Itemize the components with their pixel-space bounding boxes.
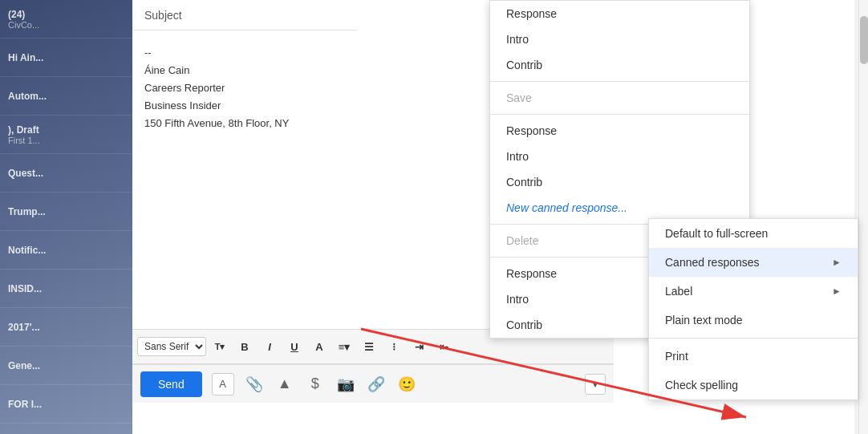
dropdown-item-save: Save — [490, 85, 749, 111]
indent-btn[interactable]: ⇥ — [408, 336, 430, 357]
emoji-icon[interactable]: 🙂 — [396, 374, 417, 395]
option-label: Label — [665, 285, 692, 298]
email-sender: 2017'... — [8, 322, 124, 333]
email-list: (24) CivCo... Hi Ain... Autom... ), Draf… — [0, 0, 132, 434]
list-item[interactable]: ), Draft First 1... — [0, 116, 132, 154]
body-line: -- — [144, 44, 353, 62]
dropdown-item-response1[interactable]: Response — [490, 1, 749, 26]
attach-icon[interactable]: 📎 — [244, 374, 265, 395]
email-body: -- Áine Cain Careers Reporter Business I… — [132, 32, 365, 144]
body-line: 150 Fifth Avenue, 8th Floor, NY — [144, 115, 353, 132]
send-toolbar: Send A 📎 ▲ $ 📷 🔗 🙂 ▼ — [132, 364, 614, 403]
font-select[interactable]: Sans Serif — [137, 337, 206, 356]
drive-icon[interactable]: ▲ — [274, 374, 295, 395]
email-sender: Trump... — [8, 206, 124, 217]
options-item-plain-text[interactable]: Plain text mode — [649, 306, 858, 335]
photo-icon[interactable]: 📷 — [335, 374, 356, 395]
subject-label: Subject — [144, 9, 182, 22]
list-item[interactable]: FOR I... — [0, 385, 132, 424]
email-sender: Gene... — [8, 360, 124, 371]
list-item[interactable]: Quest... — [0, 154, 132, 193]
divider — [490, 114, 749, 115]
list-item[interactable]: Gene... — [0, 347, 132, 385]
font-color-icon[interactable]: A — [212, 373, 234, 395]
option-label: Canned responses — [665, 256, 760, 269]
list-item[interactable]: Notific... — [0, 231, 132, 270]
body-line: Business Insider — [144, 97, 353, 115]
options-item-fullscreen[interactable]: Default to full-screen — [649, 219, 858, 248]
body-line: Careers Reporter — [144, 79, 353, 97]
submenu-arrow-icon: ► — [832, 286, 842, 297]
options-item-print[interactable]: Print — [649, 342, 858, 371]
option-label: Print — [665, 350, 688, 363]
underline-btn[interactable]: U — [283, 336, 306, 357]
link-icon[interactable]: 🔗 — [366, 374, 387, 395]
dropdown-item-intro2[interactable]: Intro — [490, 144, 749, 169]
email-sender: Autom... — [8, 91, 124, 102]
dropdown-item-new-canned[interactable]: New canned response... — [490, 195, 749, 221]
option-label: Check spelling — [665, 379, 738, 391]
font-size-btn[interactable]: T▾ — [209, 336, 231, 357]
email-sender: Hi Ain... — [8, 52, 124, 63]
options-item-canned[interactable]: Canned responses ► — [649, 248, 858, 277]
outdent-btn[interactable]: ⇤ — [432, 336, 455, 357]
list-item[interactable]: INSID... — [0, 270, 132, 308]
dropdown-item-intro1[interactable]: Intro — [490, 26, 749, 52]
unordered-list-btn[interactable]: ⁝ — [383, 336, 405, 357]
dropdown-item-contrib2[interactable]: Contrib — [490, 169, 749, 195]
email-sender: FOR I... — [8, 399, 124, 410]
list-item[interactable]: 2017'... — [0, 308, 132, 347]
email-sender: INSID... — [8, 283, 124, 294]
subject-field: Subject — [132, 0, 357, 30]
italic-btn[interactable]: I — [258, 336, 281, 357]
option-label: Plain text mode — [665, 314, 743, 327]
email-sender: ), Draft — [8, 124, 124, 136]
list-item[interactable]: Autom... — [0, 77, 132, 116]
divider — [490, 81, 749, 82]
dropdown-item-response2[interactable]: Response — [490, 118, 749, 144]
scrollbar[interactable] — [858, 0, 868, 434]
option-label: Default to full-screen — [665, 227, 768, 240]
divider — [649, 338, 858, 339]
options-menu: Default to full-screen Canned responses … — [648, 218, 858, 400]
list-item[interactable]: Hi Ain... — [0, 39, 132, 77]
font-color-btn[interactable]: A — [308, 336, 331, 357]
options-item-label[interactable]: Label ► — [649, 277, 858, 306]
email-preview: CivCo... — [8, 20, 124, 30]
submenu-arrow-icon: ► — [832, 257, 842, 268]
email-sender: Quest... — [8, 168, 124, 179]
email-sender: (24) — [8, 9, 124, 20]
options-item-check-spelling[interactable]: Check spelling — [649, 371, 858, 400]
draft-label: Draft — [17, 124, 39, 136]
body-line: Áine Cain — [144, 62, 353, 79]
email-preview: First 1... — [8, 136, 124, 145]
ordered-list-btn[interactable]: ☰ — [358, 336, 380, 357]
dropdown-item-contrib1[interactable]: Contrib — [490, 52, 749, 78]
email-sender: Notific... — [8, 245, 124, 256]
more-options-button[interactable]: ▼ — [585, 374, 606, 395]
align-btn[interactable]: ≡▾ — [333, 336, 355, 357]
bold-btn[interactable]: B — [233, 336, 256, 357]
money-icon[interactable]: $ — [305, 374, 326, 395]
scrollbar-thumb[interactable] — [860, 16, 868, 64]
send-button[interactable]: Send — [140, 371, 202, 397]
list-item[interactable]: Trump... — [0, 193, 132, 231]
list-item[interactable]: (24) CivCo... — [0, 0, 132, 39]
